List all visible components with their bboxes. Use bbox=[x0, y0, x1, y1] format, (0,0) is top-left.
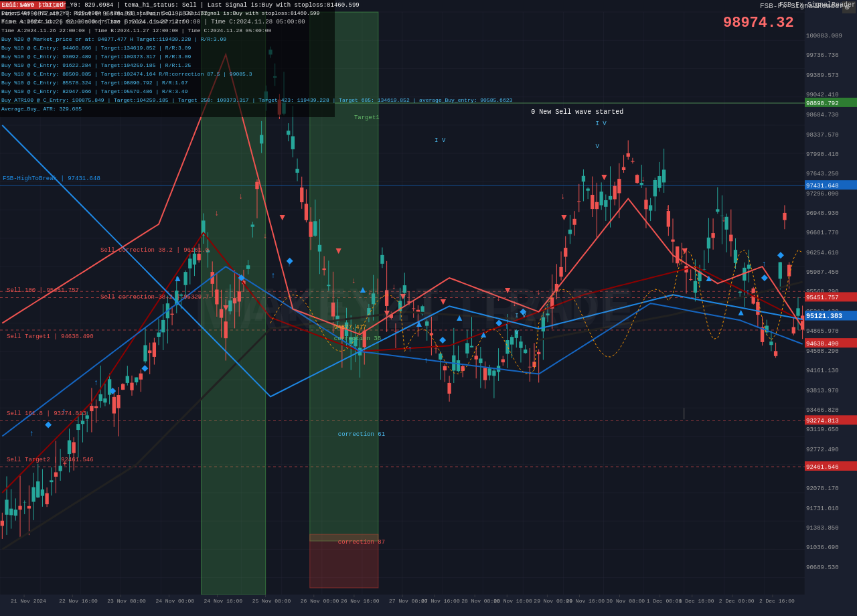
chart-container: Sell wave started Line:1489 | h1_atr_Y0:… bbox=[0, 0, 857, 616]
chart-canvas bbox=[0, 0, 857, 616]
